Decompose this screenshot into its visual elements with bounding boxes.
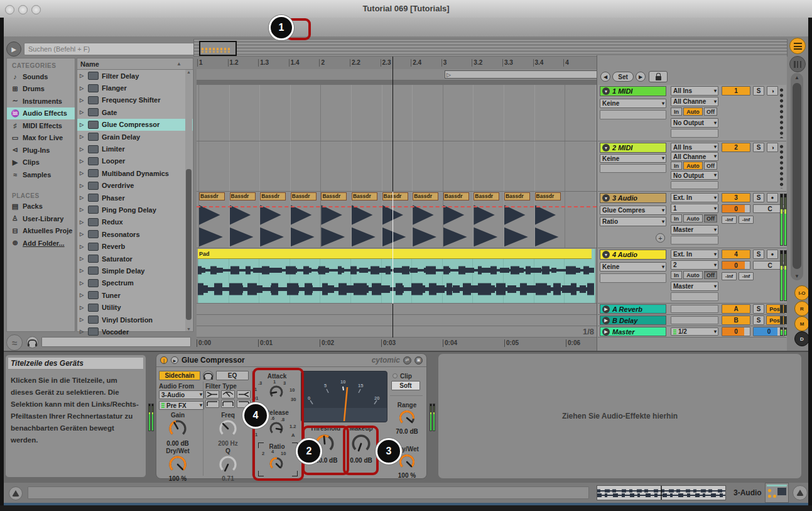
clip-title[interactable]: Bassdr <box>535 192 561 201</box>
control-chooser-empty[interactable] <box>600 164 666 173</box>
soft-clip-toggle[interactable]: Soft <box>391 381 420 390</box>
clip-title[interactable]: Bassdr <box>474 192 499 201</box>
preview-headphone-button[interactable] <box>26 336 38 348</box>
monitor-in-button[interactable]: In <box>671 271 682 279</box>
monitor-in-button[interactable]: In <box>671 107 682 116</box>
sidebar-category-item[interactable]: ≈ Samples <box>7 168 75 181</box>
monitor-auto-button[interactable]: Auto <box>683 214 703 223</box>
solo-button[interactable]: S <box>753 143 764 152</box>
browser-device-item[interactable]: ▷ Phaser <box>77 192 193 204</box>
monitor-in-button[interactable]: In <box>671 162 682 170</box>
audio-clip-bassdrum[interactable]: Bassdr <box>259 192 290 248</box>
browser-device-item[interactable]: ▷ Grain Delay <box>77 131 193 143</box>
audio-from-chooser[interactable]: Ext. In <box>671 250 718 259</box>
output-channel-empty[interactable] <box>671 292 718 301</box>
browser-device-item[interactable]: ▷ Vocoder <box>77 326 193 338</box>
audio-clip-bassdrum[interactable]: Bassdr <box>198 192 229 248</box>
preview-scrub-field[interactable] <box>41 337 191 347</box>
volume-slider[interactable]: 0 <box>722 261 750 270</box>
return-track-header-b[interactable]: ▶ B Delay B S Post <box>598 315 786 326</box>
browser-scrollbar[interactable]: ▲ ▼ <box>185 70 192 331</box>
device-chooser[interactable]: Glue Compres <box>600 206 666 215</box>
solo-button[interactable]: S <box>753 316 764 325</box>
cue-out-chooser[interactable]: 1/2 <box>671 327 718 336</box>
save-preset-icon[interactable]: ▣ <box>414 356 423 365</box>
master-volume[interactable]: 0 <box>722 327 750 336</box>
sidebar-place-item[interactable]: ⊟ Aktuelles Proje <box>7 225 75 238</box>
browser-device-item[interactable]: ▷ Frequency Shifter <box>77 94 193 106</box>
preview-toggle-button[interactable]: ≈ <box>6 334 23 351</box>
track-header-3-audio[interactable]: ▼ 3 Audio Glue Compres Ratio + Ext. In 1… <box>598 192 786 248</box>
track-activator[interactable]: 4 <box>722 250 750 259</box>
browser-device-item[interactable]: ▷ Reverb <box>77 240 193 252</box>
track-title-bar[interactable]: ▼ 3 Audio <box>600 193 666 203</box>
show-hide-device-view-button[interactable] <box>793 485 808 500</box>
add-automation-lane-button[interactable]: + <box>656 233 665 243</box>
set-locator-button[interactable]: Set <box>612 72 634 82</box>
clip-title[interactable]: Bassdr <box>382 192 408 201</box>
midi-channel-chooser[interactable]: All Channe <box>671 97 718 106</box>
audio-clip-bassdrum[interactable]: Bassdr <box>229 192 260 248</box>
monitor-auto-button[interactable]: Auto <box>683 107 703 116</box>
solo-button[interactable]: S <box>753 304 764 314</box>
sidebar-category-item[interactable]: ⊲ Plug-Ins <box>7 144 75 157</box>
scrollbar-thumb[interactable] <box>186 169 192 320</box>
sidebar-category-item[interactable]: ♒ Audio Effects <box>7 107 75 120</box>
clip-title[interactable]: Bassdr <box>413 192 438 201</box>
browser-device-item[interactable]: ▷ Limiter <box>77 143 193 155</box>
track-title-bar[interactable]: ▶ B Delay <box>600 316 666 325</box>
midi-channel-chooser[interactable]: All Channe <box>671 152 718 161</box>
browser-device-item[interactable]: ▷ Utility <box>77 301 193 313</box>
overview-viewport-box[interactable] <box>199 41 237 56</box>
device-chooser[interactable]: Keine <box>600 262 666 272</box>
sidechain-tap-chooser[interactable]: Pre FX <box>159 401 204 410</box>
audio-clip-bassdrum[interactable]: Bassdr <box>290 192 321 248</box>
track-lane-3-audio[interactable]: Bassdr Bassdr Bassdr <box>197 192 597 248</box>
monitor-off-button[interactable]: Off <box>704 162 717 170</box>
clip-title[interactable]: Bassdr <box>443 192 469 201</box>
control-chooser-empty[interactable] <box>600 273 666 283</box>
fold-icon[interactable]: ▼ <box>602 194 610 202</box>
clip-title[interactable]: Bassdr <box>291 192 317 201</box>
solo-button[interactable]: S <box>753 86 764 96</box>
midi-to-chooser[interactable]: No Output <box>671 118 718 128</box>
master-lane[interactable]: 1/8 <box>197 326 597 338</box>
range-knob[interactable] <box>398 409 416 427</box>
browser-device-item[interactable]: ▷ Multiband Dynamics <box>77 167 193 179</box>
browser-device-item[interactable]: ▷ Simple Delay <box>77 265 193 277</box>
next-locator-button[interactable]: ▶ <box>636 72 646 82</box>
arm-button[interactable]: ◑ <box>767 143 778 152</box>
sidechain-listen-button[interactable] <box>203 371 214 380</box>
sidebar-category-item[interactable]: ⊞ Drums <box>7 83 75 96</box>
track-lane-2-midi[interactable] <box>197 141 597 192</box>
track-title-bar[interactable]: ▼ 4 Audio <box>600 250 666 260</box>
device-chooser[interactable]: Keine <box>600 154 666 163</box>
hot-swap-icon[interactable]: ⇄ <box>403 356 411 365</box>
track-title-bar[interactable]: ▼ 2 MIDI <box>600 143 666 153</box>
filter-type-lowpass-button[interactable] <box>237 390 251 398</box>
audio-clip-bassdrum[interactable]: Bassdr <box>351 192 382 248</box>
prev-locator-button[interactable]: ◀ <box>600 72 610 82</box>
track-title-bar[interactable]: ▼ 1 MIDI <box>600 86 666 96</box>
browser-device-item[interactable]: ▷ Vinyl Distortion <box>77 314 193 326</box>
track-title-bar[interactable]: ▶ Master <box>600 327 666 336</box>
solo-button[interactable]: S <box>753 250 764 259</box>
lock-envelopes-button[interactable] <box>649 71 668 82</box>
output-channel-empty[interactable] <box>671 236 718 245</box>
arrangement-loop-brace[interactable]: ▷ <box>445 70 599 79</box>
clip-title[interactable]: Bassdr <box>199 192 225 201</box>
fold-icon[interactable]: ▼ <box>602 87 610 95</box>
audio-to-chooser[interactable]: Master <box>671 282 718 291</box>
device-preview-icon[interactable]: ▶ <box>171 356 178 364</box>
sidechain-gain-knob[interactable] <box>167 418 188 439</box>
audio-clip-bassdrum[interactable]: Bassdr <box>534 192 565 248</box>
sidebar-category-item[interactable]: ♪ Sounds <box>7 70 75 83</box>
scrub-area[interactable] <box>197 80 600 85</box>
monitor-off-button[interactable]: Off <box>704 271 717 279</box>
delay-section-toggle[interactable]: D <box>794 331 809 346</box>
gain-value[interactable]: 0.00 dB <box>160 440 195 447</box>
sidebar-place-item[interactable]: ⊕ Add Folder... <box>7 237 75 250</box>
volume-slider[interactable]: 0 <box>722 204 750 213</box>
midi-from-chooser[interactable]: All Ins <box>671 86 718 96</box>
arm-button[interactable]: ● <box>767 193 778 202</box>
